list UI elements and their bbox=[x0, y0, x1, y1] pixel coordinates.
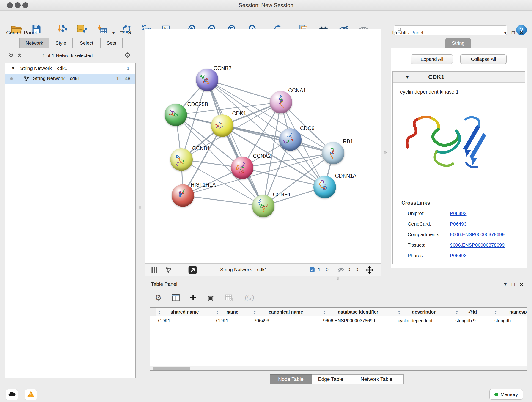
node-CCNE1[interactable] bbox=[252, 195, 274, 217]
sort-icon[interactable] bbox=[215, 310, 219, 315]
tab-network-table[interactable]: Network Table bbox=[349, 375, 404, 384]
delete-column-icon[interactable] bbox=[205, 292, 216, 303]
tab-style[interactable]: Style bbox=[49, 38, 73, 48]
column-header--id[interactable]: @id bbox=[453, 307, 492, 316]
close-table-icon[interactable]: × bbox=[520, 282, 523, 287]
column-header-name[interactable]: name bbox=[214, 307, 251, 316]
bottom-splitter-handle[interactable] bbox=[336, 277, 339, 280]
selected-checkbox-icon[interactable] bbox=[309, 267, 315, 274]
collection-count: 1 bbox=[127, 65, 129, 71]
table-cell[interactable]: P06493 bbox=[251, 316, 321, 325]
tab-node-table[interactable]: Node Table bbox=[270, 375, 312, 384]
table-cell[interactable]: stringdb bbox=[492, 316, 527, 325]
crosslink-link[interactable]: 9606.ENSP00000378699 bbox=[450, 242, 505, 248]
tab-sets[interactable]: Sets bbox=[101, 38, 123, 48]
sort-icon[interactable] bbox=[397, 310, 401, 315]
hidden-eye-slash-icon[interactable] bbox=[337, 267, 344, 274]
close-results-icon[interactable]: × bbox=[520, 30, 523, 35]
birds-eye-move-icon[interactable] bbox=[365, 265, 374, 275]
network-canvas[interactable]: CCNB2CCNA1CDC25BCDK1CDC6RB1CCNB1CCNA2CDK… bbox=[146, 29, 381, 263]
memory-button[interactable]: Memory bbox=[489, 389, 523, 400]
float-results-icon[interactable]: □ bbox=[512, 30, 515, 36]
crosslink-row: Pharos:P06493 bbox=[393, 253, 525, 263]
node-label-CDC25B: CDC25B bbox=[187, 101, 208, 108]
crosslink-link[interactable]: P06493 bbox=[450, 221, 467, 227]
tree-caret-icon[interactable]: ▾ bbox=[12, 65, 14, 71]
sort-icon[interactable] bbox=[455, 310, 459, 315]
collapse-panel-icon[interactable]: ▾ bbox=[112, 30, 115, 36]
node-CDKN1A[interactable] bbox=[313, 176, 336, 198]
grid-view-icon[interactable] bbox=[151, 267, 158, 274]
crosslink-label: Pharos: bbox=[408, 253, 424, 258]
collapse-all-icon[interactable] bbox=[8, 53, 14, 59]
crosslink-link[interactable]: P06493 bbox=[450, 211, 467, 216]
collapse-table-icon[interactable]: ▾ bbox=[504, 281, 507, 287]
scrollbar-thumb[interactable] bbox=[152, 367, 190, 370]
network-collection-row[interactable]: ▾ String Network – cdk1 1 bbox=[5, 64, 135, 74]
open-in-window-icon[interactable] bbox=[188, 265, 197, 275]
crosslink-link[interactable]: 9606.ENSP00000378699 bbox=[450, 232, 505, 237]
tab-select[interactable]: Select bbox=[73, 38, 101, 48]
protein-thumbnail-icon bbox=[283, 133, 297, 147]
float-panel-icon[interactable]: □ bbox=[120, 30, 123, 36]
crosslink-link[interactable]: P06493 bbox=[450, 253, 467, 258]
table-cell[interactable]: CDK1 bbox=[156, 316, 214, 325]
cloud-status-button[interactable] bbox=[6, 389, 18, 400]
sort-icon[interactable] bbox=[253, 310, 257, 315]
warnings-button[interactable] bbox=[25, 389, 37, 400]
close-panel-icon[interactable]: × bbox=[128, 30, 131, 35]
column-header-namespace[interactable]: namespace bbox=[492, 307, 527, 316]
table-cell[interactable]: 9606.ENSP00000378699 bbox=[321, 316, 395, 325]
node-CCNA2[interactable] bbox=[231, 157, 253, 179]
control-panel-title: Control Panel bbox=[6, 30, 37, 38]
tab-edge-table[interactable]: Edge Table bbox=[312, 375, 349, 384]
protein-thumbnail-icon bbox=[274, 95, 288, 109]
delete-table-icon-disabled bbox=[224, 292, 235, 303]
sort-icon[interactable] bbox=[323, 310, 326, 315]
tab-network[interactable]: Network bbox=[19, 38, 49, 48]
column-header-description[interactable]: description bbox=[395, 307, 453, 316]
node-CDC25B[interactable] bbox=[165, 104, 187, 126]
memory-status-dot-icon bbox=[494, 393, 498, 396]
window-title: Session: New Session bbox=[0, 0, 532, 11]
node-CCNA1[interactable] bbox=[270, 91, 292, 114]
node-CCNB1[interactable] bbox=[170, 148, 193, 171]
table-options-gear-icon[interactable]: ⚙ bbox=[153, 292, 164, 303]
expand-all-icon[interactable] bbox=[17, 53, 22, 59]
node-RB1[interactable] bbox=[322, 142, 344, 164]
float-table-icon[interactable]: □ bbox=[512, 281, 515, 287]
entry-gene-name: CDK1 bbox=[428, 74, 444, 81]
tab-string[interactable]: String bbox=[445, 38, 471, 48]
table-cell[interactable]: CDK1 bbox=[214, 316, 251, 325]
table-cell[interactable]: cyclin-dependent ... bbox=[395, 316, 453, 325]
column-header-database-identifier[interactable]: database identifier bbox=[321, 307, 395, 316]
collapse-results-icon[interactable]: ▾ bbox=[504, 30, 507, 36]
table-horizontal-scrollbar[interactable] bbox=[150, 366, 527, 370]
edge-CDK1-RB1[interactable] bbox=[222, 126, 333, 153]
table-cell[interactable]: stringdb:9... bbox=[453, 316, 492, 325]
entry-caret-icon[interactable]: ▾ bbox=[406, 74, 409, 80]
column-header-canonical-name[interactable]: canonical name bbox=[251, 307, 321, 316]
edge-HIST1H1A-CCNE1[interactable] bbox=[183, 196, 263, 206]
network-icon[interactable] bbox=[165, 267, 172, 274]
collapse-all-button[interactable]: Collapse All bbox=[460, 54, 507, 64]
edge-CCNB2-CCNA1[interactable] bbox=[207, 80, 281, 102]
node-CCNB2[interactable] bbox=[196, 69, 218, 91]
node-CDK1[interactable] bbox=[211, 114, 234, 137]
sort-icon[interactable] bbox=[494, 310, 498, 315]
show-columns-icon[interactable] bbox=[170, 292, 181, 303]
column-header-shared-name[interactable]: shared name bbox=[156, 307, 214, 316]
node-CDC6[interactable] bbox=[279, 128, 302, 151]
expand-all-button[interactable]: Expand All bbox=[411, 54, 453, 64]
sort-icon[interactable] bbox=[158, 310, 161, 315]
control-panel-tabs: NetworkStyleSelectSets bbox=[19, 38, 123, 48]
results-panel-title: Results Panel bbox=[392, 30, 423, 38]
left-splitter-handle[interactable] bbox=[139, 206, 141, 209]
network-row-selected[interactable]: String Network – cdk1 11 48 bbox=[5, 74, 135, 84]
right-splitter-handle[interactable] bbox=[384, 151, 386, 154]
entry-header[interactable]: ▾ CDK1 bbox=[393, 71, 525, 83]
entry-description: cyclin-dependent kinase 1 bbox=[400, 89, 458, 95]
network-options-gear-icon[interactable]: ⚙ bbox=[124, 52, 131, 59]
node-label-HIST1H1A: HIST1H1A bbox=[191, 182, 216, 188]
add-column-icon[interactable] bbox=[188, 292, 199, 303]
